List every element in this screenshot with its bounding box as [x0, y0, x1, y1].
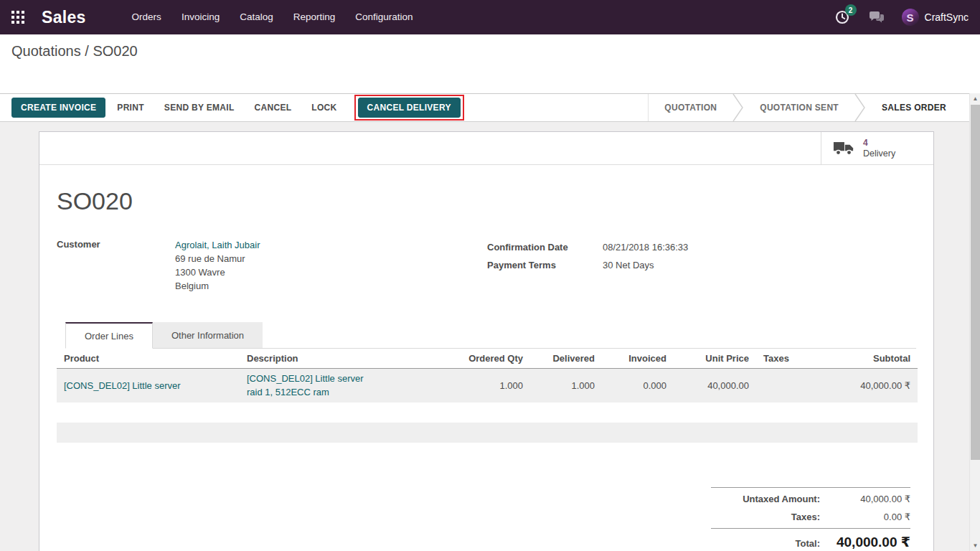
- invoiced-cell: 0.000: [602, 368, 674, 402]
- col-description[interactable]: Description: [240, 349, 455, 368]
- annotation-highlight-box: CANCEL DELIVERY: [354, 95, 464, 121]
- systray: 2 S CraftSync: [833, 8, 969, 27]
- scroll-down-icon[interactable]: ▼: [970, 540, 980, 551]
- delivery-count: 4: [863, 138, 895, 149]
- step-quotation[interactable]: QUOTATION: [649, 94, 732, 121]
- scroll-up-icon[interactable]: ▲: [970, 93, 980, 104]
- order-line-row[interactable]: [CONS_DEL02] Little server [CONS_DEL02] …: [57, 368, 918, 402]
- status-steps: QUOTATION QUOTATION SENT SALES ORDER: [648, 94, 962, 121]
- lock-button[interactable]: LOCK: [307, 98, 341, 117]
- untaxed-amount-label: Untaxed Amount:: [711, 490, 830, 508]
- customer-street: 69 rue de Namur: [175, 252, 260, 265]
- messages-icon[interactable]: [867, 8, 886, 27]
- customer-link[interactable]: Agrolait, Laith Jubair: [175, 238, 260, 252]
- delivery-smart-button[interactable]: 4 Delivery: [821, 132, 933, 164]
- smart-button-row: 4 Delivery: [39, 132, 933, 165]
- activity-clock-icon[interactable]: 2: [833, 8, 852, 27]
- col-ordered-qty[interactable]: Ordered Qty: [455, 349, 530, 368]
- menu-reporting[interactable]: Reporting: [283, 0, 346, 34]
- form-statusbar: CREATE INVOICE PRINT SEND BY EMAIL CANCE…: [0, 93, 969, 122]
- confirmation-date-label: Confirmation Date: [487, 238, 603, 256]
- tab-order-lines[interactable]: Order Lines: [65, 322, 153, 349]
- app-title: Sales: [42, 8, 86, 27]
- menu-orders[interactable]: Orders: [122, 0, 171, 34]
- create-invoice-button[interactable]: CREATE INVOICE: [11, 98, 105, 118]
- breadcrumb-current: SO020: [93, 43, 137, 59]
- unit-price-cell: 40,000.00: [674, 368, 756, 402]
- send-by-email-button[interactable]: SEND BY EMAIL: [160, 98, 239, 117]
- breadcrumb: Quotations / SO020: [11, 43, 138, 60]
- untaxed-amount-value: 40,000.00 ₹: [830, 490, 910, 508]
- menu-catalog[interactable]: Catalog: [230, 0, 283, 34]
- apps-menu-icon[interactable]: [11, 9, 27, 25]
- top-navbar: Sales Orders Invoicing Catalog Reporting…: [0, 0, 980, 34]
- content-area: 4 Delivery SO020 Customer Agrolait, Lait…: [0, 122, 969, 551]
- vertical-scrollbar[interactable]: ▲ ▼: [969, 93, 980, 551]
- customer-label: Customer: [57, 238, 175, 293]
- confirmation-date-value: 08/21/2018 16:36:33: [603, 238, 688, 256]
- user-name: CraftSync: [925, 11, 969, 23]
- breadcrumb-separator: /: [85, 43, 89, 59]
- payment-terms-link[interactable]: 30 Net Days: [603, 256, 654, 274]
- step-arrow-icon: [732, 94, 744, 121]
- form-sheet: 4 Delivery SO020 Customer Agrolait, Lait…: [39, 131, 934, 551]
- payment-terms-label: Payment Terms: [487, 256, 603, 274]
- col-delivered[interactable]: Delivered: [530, 349, 602, 368]
- empty-row: [57, 402, 918, 423]
- taxes-cell: [756, 368, 824, 402]
- activity-count-badge: 2: [845, 4, 857, 16]
- empty-row: [57, 423, 918, 443]
- cancel-delivery-button[interactable]: CANCEL DELIVERY: [358, 98, 461, 118]
- total-value: 40,000.00 ₹: [830, 533, 910, 551]
- taxes-label: Taxes:: [711, 508, 830, 526]
- step-sales-order[interactable]: SALES ORDER: [866, 94, 962, 121]
- scrollbar-thumb[interactable]: [971, 105, 980, 460]
- tab-other-information[interactable]: Other Information: [153, 322, 263, 349]
- product-link[interactable]: [CONS_DEL02] Little server: [64, 380, 181, 391]
- truck-icon: [833, 141, 854, 156]
- description-line-1: [CONS_DEL02] Little server: [247, 372, 448, 385]
- col-subtotal[interactable]: Subtotal: [824, 349, 918, 368]
- col-taxes[interactable]: Taxes: [756, 349, 824, 368]
- step-quotation-sent[interactable]: QUOTATION SENT: [744, 94, 854, 121]
- table-header-row: Product Description Ordered Qty Delivere…: [57, 349, 918, 368]
- user-avatar: S: [902, 9, 919, 26]
- col-unit-price[interactable]: Unit Price: [674, 349, 756, 368]
- customer-country: Belgium: [175, 279, 260, 293]
- totals-section: Untaxed Amount: 40,000.00 ₹ Taxes: 0.00 …: [711, 487, 910, 551]
- cancel-button[interactable]: CANCEL: [250, 98, 296, 117]
- field-groups: Customer Agrolait, Laith Jubair 69 rue d…: [57, 238, 916, 293]
- user-menu[interactable]: S CraftSync: [902, 9, 969, 26]
- col-invoiced[interactable]: Invoiced: [602, 349, 674, 368]
- main-menu: Orders Invoicing Catalog Reporting Confi…: [122, 0, 423, 34]
- subtotal-cell: 40,000.00 ₹: [824, 368, 918, 402]
- print-button[interactable]: PRINT: [113, 98, 149, 117]
- delivered-cell: 1.000: [530, 368, 602, 402]
- delivery-label: Delivery: [863, 149, 895, 159]
- menu-configuration[interactable]: Configuration: [345, 0, 423, 34]
- record-title: SO020: [57, 187, 916, 215]
- taxes-value: 0.00 ₹: [830, 508, 910, 526]
- total-label: Total:: [711, 534, 830, 551]
- col-product[interactable]: Product: [57, 349, 240, 368]
- step-arrow-icon: [854, 94, 866, 121]
- order-lines-table: Product Description Ordered Qty Delivere…: [57, 349, 918, 443]
- notebook-tabs: Order Lines Other Information: [65, 322, 916, 349]
- ordered-qty-cell: 1.000: [455, 368, 530, 402]
- customer-city: 1300 Wavre: [175, 265, 260, 279]
- breadcrumb-quotations[interactable]: Quotations: [11, 43, 81, 59]
- description-line-2: raid 1, 512ECC ram: [247, 385, 448, 399]
- menu-invoicing[interactable]: Invoicing: [171, 0, 230, 34]
- control-panel: Quotations / SO020 EDIT CREATE Print Act…: [0, 34, 980, 93]
